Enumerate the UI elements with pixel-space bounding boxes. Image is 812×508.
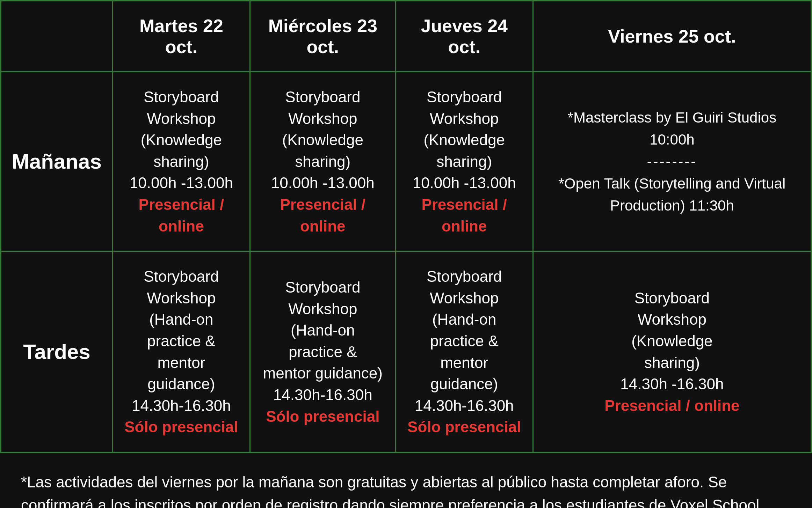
afternoon-col1: StoryboardWorkshop(Hand-onpractice &ment… — [113, 251, 250, 452]
header-col4: Viernes 25 oct. — [533, 1, 811, 72]
morning-col1-text: StoryboardWorkshop(Knowledgesharing)10.0… — [130, 88, 233, 191]
afternoon-col2: StoryboardWorkshop(Hand-onpractice &ment… — [250, 251, 396, 452]
afternoon-col1-text: StoryboardWorkshop(Hand-onpractice &ment… — [132, 268, 231, 414]
morning-col4-masterclass: *Masterclass by El Guiri Studios 10:00h — [568, 109, 777, 148]
afternoon-col2-content: StoryboardWorkshop(Hand-onpractice &ment… — [261, 277, 385, 427]
schedule-container: Martes 22 oct. Miércoles 23 oct. Jueves … — [0, 0, 812, 508]
header-empty — [1, 1, 113, 72]
footnote: *Las actividades del viernes por la maña… — [0, 453, 812, 508]
afternoon-col3: StoryboardWorkshop(Hand-onpractice &ment… — [396, 251, 533, 452]
morning-col4-dashes: -------- — [647, 153, 697, 170]
morning-col1-content: StoryboardWorkshop(Knowledgesharing)10.0… — [124, 86, 239, 237]
afternoon-col4-content: StoryboardWorkshop(Knowledgesharing)14.3… — [544, 287, 800, 417]
morning-row: Mañanas StoryboardWorkshop(Knowledgeshar… — [1, 72, 811, 251]
morning-col1: StoryboardWorkshop(Knowledgesharing)10.0… — [113, 72, 250, 251]
afternoon-col4-red: Presencial / online — [604, 397, 739, 414]
header-col1: Martes 22 oct. — [113, 1, 250, 72]
morning-col4: *Masterclass by El Guiri Studios 10:00h … — [533, 72, 811, 251]
morning-col2-text: StoryboardWorkshop(Knowledgesharing)10.0… — [271, 88, 375, 191]
afternoon-row: Tardes StoryboardWorkshop(Hand-onpractic… — [1, 251, 811, 452]
morning-col3: StoryboardWorkshop(Knowledgesharing)10.0… — [396, 72, 533, 251]
morning-col4-content: *Masterclass by El Guiri Studios 10:00h … — [544, 106, 800, 216]
morning-col3-content: StoryboardWorkshop(Knowledgesharing)10.0… — [407, 86, 522, 237]
afternoon-col4-text: StoryboardWorkshop(Knowledgesharing)14.3… — [620, 289, 724, 392]
morning-col1-red: Presencial / online — [139, 196, 224, 235]
afternoon-col3-content: StoryboardWorkshop(Hand-onpractice &ment… — [407, 266, 522, 438]
afternoon-col1-red: Sólo presencial — [124, 418, 238, 435]
morning-label: Mañanas — [1, 72, 113, 251]
afternoon-col2-text: StoryboardWorkshop(Hand-onpractice &ment… — [263, 279, 383, 403]
afternoon-col3-text: StoryboardWorkshop(Hand-onpractice &ment… — [415, 268, 514, 414]
header-col3: Jueves 24 oct. — [396, 1, 533, 72]
afternoon-label: Tardes — [1, 251, 113, 452]
header-col2: Miércoles 23 oct. — [250, 1, 396, 72]
afternoon-col2-red: Sólo presencial — [266, 408, 379, 425]
morning-col2-content: StoryboardWorkshop(Knowledgesharing)10.0… — [261, 86, 385, 237]
morning-col2-red: Presencial / online — [280, 196, 365, 235]
morning-col3-text: StoryboardWorkshop(Knowledgesharing)10.0… — [413, 88, 516, 191]
afternoon-col3-red: Sólo presencial — [407, 418, 521, 435]
morning-col4-opentalk: *Open Talk (Storytelling and Virtual Pro… — [558, 175, 785, 214]
header-row: Martes 22 oct. Miércoles 23 oct. Jueves … — [1, 1, 811, 72]
schedule-table: Martes 22 oct. Miércoles 23 oct. Jueves … — [0, 0, 812, 453]
morning-col2: StoryboardWorkshop(Knowledgesharing)10.0… — [250, 72, 396, 251]
morning-col3-red: Presencial / online — [421, 196, 507, 235]
afternoon-col1-content: StoryboardWorkshop(Hand-onpractice &ment… — [124, 266, 239, 438]
afternoon-col4: StoryboardWorkshop(Knowledgesharing)14.3… — [533, 251, 811, 452]
